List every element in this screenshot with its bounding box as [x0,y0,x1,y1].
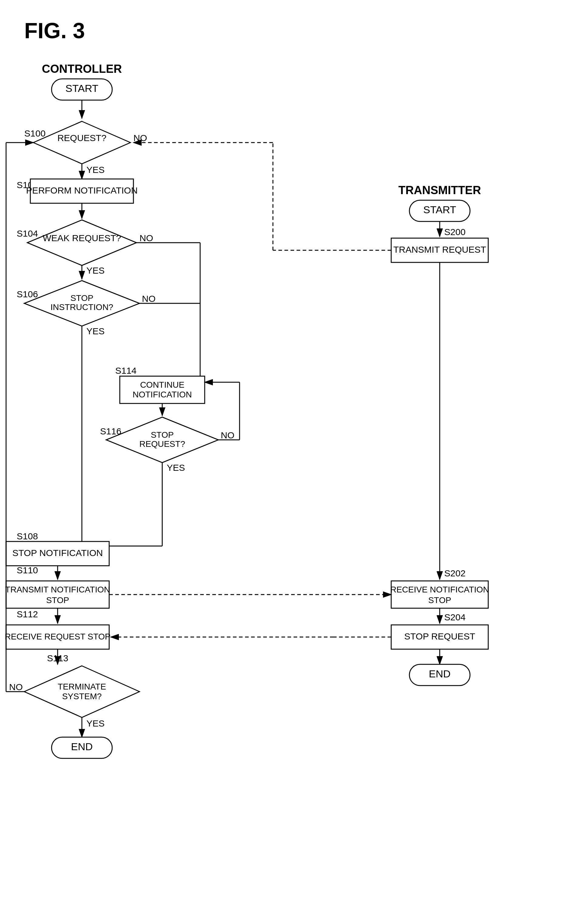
s110-label2: STOP [46,595,69,605]
s113-label2: SYSTEM? [62,692,102,701]
s110-id: S110 [17,565,38,575]
s104-label: WEAK REQUEST? [43,233,121,243]
s202-label1: RECEIVE NOTIFICATION [390,585,489,594]
s202-label2: STOP [428,595,451,605]
s114-label2: NOTIFICATION [133,390,192,399]
s116-yes-label: YES [167,462,185,473]
s104-no-label: NO [139,233,153,243]
s116-no-label: NO [221,430,234,440]
s202-id: S202 [444,568,466,578]
s113-yes-label: YES [86,718,105,728]
s112-label: RECEIVE REQUEST STOP [5,632,110,641]
s113-label1: TERMINATE [58,682,106,691]
s110-label1: TRANSMIT NOTIFICATION [5,585,110,594]
s204-label: STOP REQUEST [404,631,475,641]
s100-yes-label: YES [86,165,105,175]
s200-label: TRANSMIT REQUEST [393,245,486,254]
s108-label: STOP NOTIFICATION [12,548,103,558]
s113-no-label: NO [9,682,23,692]
controller-end-label: END [71,741,93,752]
s200-id: S200 [444,227,466,237]
s106-id: S106 [17,289,38,299]
controller-label: CONTROLLER [42,63,122,75]
s116-id: S116 [100,426,121,436]
s113-id: S113 [47,653,68,663]
s100-id: S100 [24,128,46,138]
transmitter-label: TRANSMITTER [399,184,481,197]
s102-label: PERFORM NOTIFICATION [26,185,137,195]
s114-label1: CONTINUE [140,380,184,389]
s204-id: S204 [444,612,466,622]
s112-id: S112 [17,609,38,619]
s100-label: REQUEST? [57,133,107,143]
s116-label2: REQUEST? [139,439,185,448]
transmitter-start-label: START [423,204,456,215]
s104-yes-label: YES [86,265,105,276]
s106-label2: INSTRUCTION? [50,302,113,312]
s114-id: S114 [115,366,136,375]
s106-label: STOP [70,293,93,303]
flowchart-diagram: CONTROLLER START REQUEST? S100 NO YES S1… [0,49,588,883]
s108-id: S108 [17,531,38,541]
controller-start-label: START [66,83,98,94]
page-title: FIG. 3 [0,0,588,43]
s116-label1: STOP [151,430,174,439]
s100-no-label: NO [133,133,147,143]
s104-id: S104 [17,228,38,239]
transmitter-end-label: END [429,668,451,680]
s106-no-label: NO [142,294,156,304]
s106-yes-label: YES [86,326,105,336]
